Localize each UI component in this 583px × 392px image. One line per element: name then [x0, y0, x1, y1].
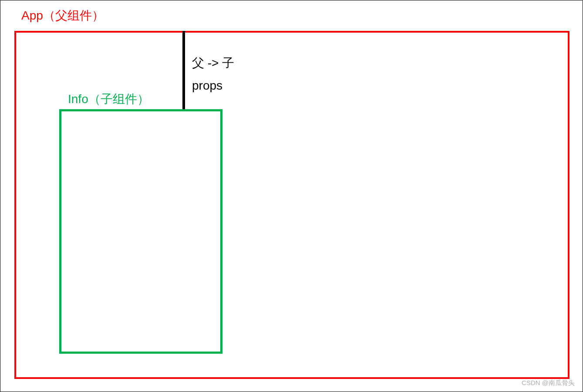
flow-mechanism-label: props	[192, 79, 222, 93]
flow-direction-label: 父 -> 子	[192, 55, 234, 71]
connector-line	[182, 31, 185, 111]
diagram-canvas: App（父组件） 父 -> 子 props Info（子组件） CSDN @南瓜…	[0, 0, 583, 392]
child-component-box	[59, 109, 222, 354]
parent-component-label: App（父组件）	[21, 7, 104, 24]
watermark-text: CSDN @南瓜骨头	[522, 379, 575, 387]
child-component-label: Info（子组件）	[68, 91, 149, 107]
